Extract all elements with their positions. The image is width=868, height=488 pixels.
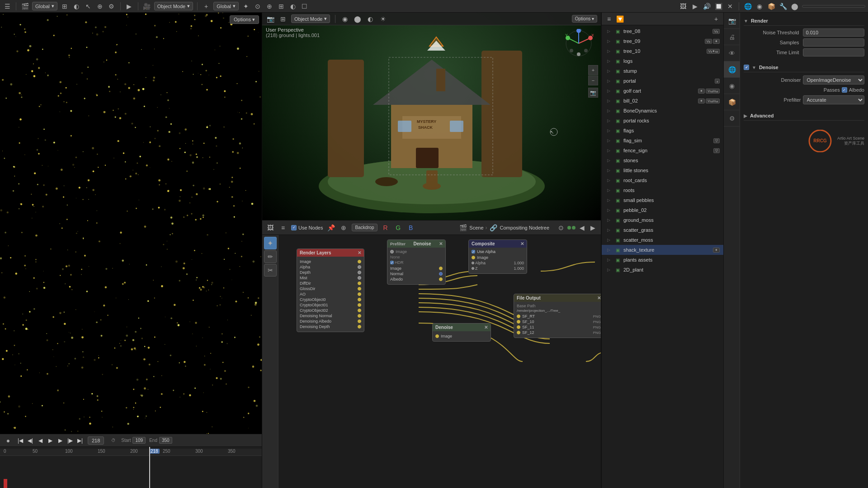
scene-item-bill_02[interactable]: ▷ ▣ bill_02 ✦ V₁₄V₁₄ (602, 96, 723, 106)
props-tab-object[interactable]: 📦 (724, 94, 740, 110)
socket-dot-image-d2[interactable] (435, 334, 439, 338)
overlay2-icon[interactable]: ◐ (288, 2, 297, 11)
scene-item-logs[interactable]: ▷ ▣ logs (602, 56, 723, 66)
advanced-section-header[interactable]: ▶ Advanced (744, 111, 864, 121)
props-tab-output[interactable]: 🖨 (724, 29, 740, 45)
play-button[interactable]: ▶ (46, 436, 54, 445)
scene-item-plants-assets[interactable]: ▷ ▣ plants assets (602, 255, 723, 265)
socket-dot-image-d1[interactable] (439, 267, 443, 270)
viewport-options-button[interactable]: Options ▾ (572, 15, 597, 23)
viewport-render-icon[interactable]: 🔲 (714, 2, 723, 11)
prev-frame-button[interactable]: ◀ (36, 436, 44, 445)
denoiser-select[interactable]: OpenImageDenoise OptiX (803, 75, 865, 84)
scene-item-roots[interactable]: ▷ ▣ roots (602, 185, 723, 195)
time-limit-input[interactable] (803, 48, 865, 56)
scene-item-tree_08[interactable]: ▷ ▣ tree_08 V₂ (602, 26, 723, 36)
scene-item-scatter_grass[interactable]: ▷ ▣ scatter_grass (602, 225, 723, 235)
editor-type-icon[interactable]: 🎬 (20, 2, 29, 11)
albedo-pass-checkbox[interactable] (842, 87, 847, 93)
scene-item-little-stones[interactable]: ▷ ▣ little stones (602, 165, 723, 175)
use-nodes-checkbox[interactable] (291, 225, 297, 230)
modifier-props-icon[interactable]: 🔧 (778, 2, 788, 11)
search-input[interactable] (802, 5, 865, 8)
particle-options-button[interactable]: Options ▾ (230, 15, 259, 24)
socket-dot-denorm[interactable] (358, 314, 361, 318)
denoise-node-2[interactable]: Denoise ✕ Image (432, 323, 491, 342)
scene-item-2D_plant[interactable]: ▷ ▣ 2D_plant (602, 265, 723, 275)
props-tab-scene[interactable]: 🌐 (724, 61, 740, 78)
next-keyframe-button[interactable]: |▶ (66, 436, 74, 445)
scene-item-tree_09[interactable]: ▷ ▣ tree_09 V₂ ✦ (602, 36, 723, 46)
b-channel-icon[interactable]: B (406, 223, 415, 232)
overlays-icon[interactable]: ⊞ (278, 14, 288, 23)
cut-tool-button[interactable]: ✂ (264, 264, 277, 277)
compositor-menu-icon[interactable]: 🖼 (266, 223, 275, 232)
scene-item-stump[interactable]: ▷ ▣ stump (602, 66, 723, 76)
scene-item-flags[interactable]: ▷ ▣ flags (602, 126, 723, 136)
socket-image-in-d1[interactable] (390, 250, 394, 253)
scene-item-pebble_02[interactable]: ▷ ▣ pebble_02 (602, 205, 723, 215)
scene-icon[interactable]: 🎬 (458, 223, 467, 232)
select-tool-button[interactable]: ✦ (264, 237, 277, 249)
scene-item-portal[interactable]: ▷ ▣ portal ₄ (602, 76, 723, 86)
denoise-node-1[interactable]: Prefilter Denoise ✕ Image None (387, 239, 446, 285)
viewport-shading-icon[interactable]: 🎥 (142, 2, 151, 11)
prefilter-select[interactable]: Accurate Fast None (803, 95, 865, 104)
overlay-icon[interactable]: ⊞ (60, 2, 69, 11)
denoise-section-header[interactable]: ▼ Denoise (744, 63, 864, 72)
viewport-solid-icon[interactable]: ⬤ (353, 14, 362, 23)
use-alpha-checkbox[interactable] (472, 250, 475, 253)
scene-item-small-pebbles[interactable]: ▷ ▣ small pebbles (602, 195, 723, 205)
gizmo-icon[interactable]: ⊞ (277, 2, 286, 11)
props-tab-render[interactable]: 📷 (724, 13, 740, 29)
scene-list-filter[interactable]: 🔽 (615, 14, 624, 23)
mode-icon[interactable]: ▶ (125, 2, 134, 11)
compositor-nav-right[interactable]: ▶ (588, 223, 597, 232)
socket-dot-dedepth[interactable] (358, 325, 361, 328)
xray-icon[interactable]: ☐ (300, 2, 309, 11)
noise-threshold-input[interactable] (803, 28, 865, 37)
scene-list-menu[interactable]: ≡ (604, 14, 613, 23)
view-menu-icon[interactable]: 📷 (266, 14, 275, 23)
world-props-icon[interactable]: ◉ (755, 2, 764, 11)
denoise-2-close[interactable]: ✕ (484, 325, 488, 330)
scene-item-flag_sim[interactable]: ▷ ▣ flag_sim ▽ (602, 136, 723, 145)
global-dropdown-right[interactable]: Global ▾ (213, 2, 239, 10)
scene-item-BoneDynamics[interactable]: ▷ ▣ BoneDynamics (602, 106, 723, 116)
tools-icon[interactable]: ⚙ (107, 2, 116, 11)
object-mode-dropdown[interactable]: Object Mode ▾ (154, 2, 193, 10)
composite-node[interactable]: Composite ✕ Use Alpha Image (468, 239, 527, 274)
viewport-mat-icon[interactable]: ◐ (366, 14, 375, 23)
viewport-render-icon-2[interactable]: ☀ (378, 14, 387, 23)
cursor-icon[interactable]: ↖ (84, 2, 93, 11)
file-output-node[interactable]: File Output ✕ Base Path /render/projecti… (514, 294, 601, 338)
transform-icon[interactable]: ⊕ (95, 2, 104, 11)
transform2-icon[interactable]: ⊕ (265, 2, 274, 11)
shading-icon[interactable]: ◐ (72, 2, 81, 11)
scene-item-stones[interactable]: ▷ ▣ stones (602, 155, 723, 165)
denoise-enabled-checkbox[interactable] (744, 65, 749, 70)
object-mode-dropdown-2[interactable]: Object Mode ▾ (291, 14, 330, 23)
render-audio-icon[interactable]: 🔊 (702, 2, 711, 11)
scene-item-golf-cart[interactable]: ▷ ▣ golf cart ✦ V₁₄V₁₄ (602, 86, 723, 96)
proportional-icon[interactable]: ⊙ (253, 2, 262, 11)
menu-icon[interactable]: ☰ (3, 2, 12, 11)
start-frame-input[interactable]: 109 (132, 437, 146, 444)
snap-icon[interactable]: ⊕ (339, 223, 348, 232)
socket-dot-glossdir[interactable] (358, 287, 361, 291)
socket-dot-depth[interactable] (358, 271, 361, 274)
socket-dot-normal-d1[interactable] (439, 272, 443, 276)
socket-dot-sf11[interactable] (517, 325, 520, 329)
socket-dot-image[interactable] (358, 260, 361, 263)
magnet-icon[interactable]: ✦ (241, 2, 250, 11)
props-tab-world[interactable]: ◉ (724, 78, 740, 94)
particle-view[interactable]: Options ▾ (0, 13, 262, 434)
render-layers-close[interactable]: ✕ (358, 250, 361, 255)
viewport-3d[interactable]: 📷 ⊞ Object Mode ▾ ◉ ⬤ ◐ ☀ Options ▾ User… (262, 13, 601, 221)
timeline-content[interactable]: 0 50 100 150 200 218 250 300 350 (0, 447, 262, 488)
material-props-icon[interactable]: ⬤ (790, 2, 799, 11)
socket-dot-diffdir[interactable] (358, 282, 361, 285)
pin-icon[interactable]: 📌 (326, 223, 335, 232)
compositor-nav-left[interactable]: ◀ (577, 223, 586, 232)
file-output-close[interactable]: ✕ (597, 296, 601, 300)
